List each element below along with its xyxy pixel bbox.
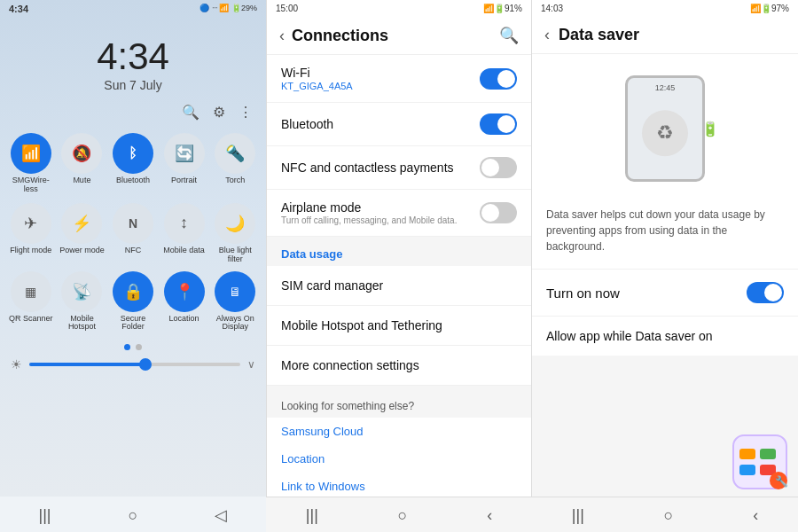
sim-card-item[interactable]: SIM card manager xyxy=(267,266,531,306)
qr-icon: ▦ xyxy=(11,271,51,312)
nav-back-icon[interactable]: ◁ xyxy=(215,505,227,525)
brightness-control[interactable]: ☀ ∨ xyxy=(0,354,266,375)
conn-nav-home[interactable]: ○ xyxy=(398,506,408,525)
ds-nav-recent[interactable]: ||| xyxy=(572,506,584,525)
wifi-setting[interactable]: Wi-Fi KT_GIGA_4A5A xyxy=(267,55,531,103)
mute-label: Mute xyxy=(73,176,90,185)
svg-rect-3 xyxy=(739,465,755,475)
tile-mute[interactable]: 🔕 Mute xyxy=(59,133,106,194)
nfc-label: NFC xyxy=(125,246,142,255)
ds-title: Data saver xyxy=(559,26,639,44)
tile-mobile-data[interactable]: ↕ Mobile data xyxy=(160,203,208,264)
hotspot-icon: 📡 xyxy=(61,271,102,312)
tile-portrait[interactable]: 🔄 Portrait xyxy=(160,133,208,194)
home-screen: 4:34 🔵 ᐧᐧᐧ 📶 🔋29% 4:34 Sun 7 July 🔍 ⚙ ⋮ … xyxy=(0,0,266,532)
nfc-toggle[interactable] xyxy=(480,157,517,178)
mobile-data-icon: ↕ xyxy=(164,203,205,244)
conn-header-left: ‹ Connections xyxy=(279,27,388,45)
wifi-sub: KT_GIGA_4A5A xyxy=(281,81,353,91)
dot-2 xyxy=(136,344,142,350)
nfc-toggle-thumb xyxy=(481,159,499,176)
allow-app-row[interactable]: Allow app while Data saver on xyxy=(532,317,798,356)
turn-on-toggle[interactable] xyxy=(747,282,784,303)
turn-on-label: Turn on now xyxy=(546,286,620,301)
page-dots xyxy=(0,335,266,354)
ds-header: ‹ Data saver xyxy=(532,17,798,54)
data-usage-section: Data usage xyxy=(267,237,531,266)
tile-nfc[interactable]: N NFC xyxy=(109,203,157,264)
bluetooth-toggle[interactable] xyxy=(480,113,517,135)
tile-bluetooth[interactable]: ᛒ Bluetooth xyxy=(109,133,157,194)
conn-back-button[interactable]: ‹ xyxy=(279,27,285,45)
bluetooth-label: Bluetooth xyxy=(116,176,150,185)
smg-wireless-icon: 📶 xyxy=(11,133,51,174)
battery-side-icon: 🔋 xyxy=(701,121,719,137)
airplane-setting[interactable]: Airplane mode Turn off calling, messagin… xyxy=(267,190,531,237)
more-icon[interactable]: ⋮ xyxy=(239,104,253,121)
flight-label: Flight mode xyxy=(10,246,51,255)
hotspot-label: Mobile Hotspot xyxy=(59,315,106,332)
portrait-label: Portrait xyxy=(171,176,197,185)
torch-label: Torch xyxy=(225,176,245,185)
conn-search-button[interactable]: 🔍 xyxy=(499,26,519,45)
tile-blue-light[interactable]: 🌙 Blue light filter xyxy=(211,203,259,264)
bluetooth-info: Bluetooth xyxy=(281,117,333,131)
quick-tiles-row2: ✈ Flight mode ⚡ Power mode N NFC ↕ Mobil… xyxy=(0,200,266,268)
tile-aod[interactable]: 🖥 Always On Display xyxy=(211,271,259,332)
turn-on-toggle-thumb xyxy=(764,284,782,301)
conn-status-icons: 📶🔋91% xyxy=(483,4,522,13)
tile-qr[interactable]: ▦ QR Scanner xyxy=(7,271,55,332)
svg-rect-1 xyxy=(739,449,755,459)
brightness-expand-icon[interactable]: ∨ xyxy=(247,358,255,371)
conn-nav-recent[interactable]: ||| xyxy=(306,506,318,525)
brightness-track[interactable] xyxy=(29,363,240,366)
wifi-info: Wi-Fi KT_GIGA_4A5A xyxy=(281,66,353,91)
search-icon[interactable]: 🔍 xyxy=(182,104,200,121)
ds-description: Data saver helps cut down your data usag… xyxy=(532,196,798,270)
tools-illustration: 🔧 xyxy=(729,431,791,493)
tile-hotspot[interactable]: 📡 Mobile Hotspot xyxy=(59,271,106,332)
gear-icon[interactable]: ⚙ xyxy=(213,104,225,121)
brightness-thumb[interactable] xyxy=(139,358,152,371)
home-status-bar: 4:34 🔵 ᐧᐧᐧ 📶 🔋29% xyxy=(0,0,266,18)
quick-tiles-row3: ▦ QR Scanner 📡 Mobile Hotspot 🔒 Secure F… xyxy=(0,268,266,336)
more-conn-item[interactable]: More connection settings xyxy=(267,346,531,386)
wifi-toggle[interactable] xyxy=(480,68,517,90)
tile-secure-folder[interactable]: 🔒 Secure Folder xyxy=(109,271,157,332)
airplane-toggle[interactable] xyxy=(480,202,517,223)
power-label: Power mode xyxy=(59,246,105,255)
wifi-name: Wi-Fi xyxy=(281,66,353,80)
svg-rect-2 xyxy=(760,449,776,459)
nav-home-icon[interactable]: ○ xyxy=(129,506,138,525)
conn-nav-bar: ||| ○ ‹ xyxy=(266,497,532,532)
conn-header: ‹ Connections 🔍 xyxy=(267,17,531,55)
home-search-bar: 🔍 ⚙ ⋮ xyxy=(0,97,266,128)
location-icon: 📍 xyxy=(164,271,205,312)
ds-nav-home[interactable]: ○ xyxy=(664,506,674,525)
tile-power[interactable]: ⚡ Power mode xyxy=(59,203,106,264)
ds-illustration: 12:45 ♻ 🔋 xyxy=(532,54,798,196)
location-label: Location xyxy=(169,315,200,324)
tile-torch[interactable]: 🔦 Torch xyxy=(211,133,259,194)
home-time: 4:34 xyxy=(9,4,28,14)
tile-location[interactable]: 📍 Location xyxy=(160,271,208,332)
ds-back-button[interactable]: ‹ xyxy=(544,26,550,44)
ds-nav-back[interactable]: ‹ xyxy=(753,506,758,525)
tile-flight[interactable]: ✈ Flight mode xyxy=(7,203,55,264)
samsung-cloud-link[interactable]: Samsung Cloud xyxy=(267,418,531,445)
blue-light-icon: 🌙 xyxy=(215,203,255,244)
conn-nav-back[interactable]: ‹ xyxy=(487,506,492,525)
power-icon: ⚡ xyxy=(61,203,102,244)
nfc-icon: N xyxy=(113,203,153,244)
ds-status-icons: 📶🔋97% xyxy=(750,4,789,13)
tile-smg-wireless[interactable]: 📶 SMGWire-less xyxy=(7,133,55,194)
nav-recent-icon[interactable]: ||| xyxy=(39,506,51,525)
home-clock: 4:34 Sun 7 July xyxy=(0,18,266,97)
torch-icon: 🔦 xyxy=(215,133,255,174)
hotspot-item[interactable]: Mobile Hotspot and Tethering xyxy=(267,306,531,346)
turn-on-row[interactable]: Turn on now xyxy=(532,270,798,317)
location-link[interactable]: Location xyxy=(267,445,531,473)
bluetooth-setting[interactable]: Bluetooth xyxy=(267,103,531,146)
conn-status-bar: 15:00 📶🔋91% xyxy=(267,0,531,17)
nfc-setting[interactable]: NFC and contactless payments xyxy=(267,146,531,190)
